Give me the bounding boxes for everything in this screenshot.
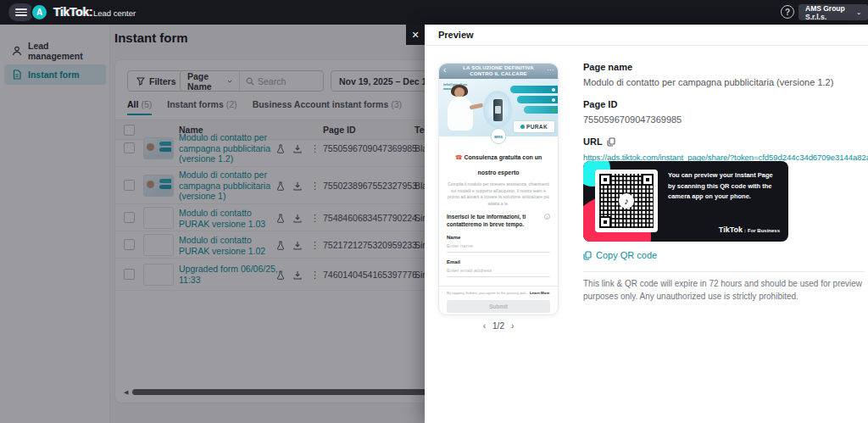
divider [439, 286, 558, 287]
tiktok-logo: TikTok: [53, 5, 92, 19]
url-label: URL [583, 136, 603, 147]
close-icon[interactable]: ✕ [406, 25, 425, 45]
account-switcher[interactable]: AMS Group S.r.l.s. ⌄ [798, 4, 868, 20]
qr-code-card: ♪ You can preview your Instant Page by s… [583, 161, 788, 242]
info-icon: i [544, 214, 550, 220]
preview-modal: ✕ Preview ‹ LA SOLUZIONE DEFINITIVA CONT… [425, 25, 868, 423]
hero-image: info@purak.eu www.purak.eu PURAK ams [439, 79, 558, 136]
qr-instructions: You can preview your Instant Page by sca… [668, 170, 780, 203]
page-name-label: Page name [583, 62, 865, 72]
ams-logo: ams [491, 128, 507, 144]
ribbon-banner [517, 96, 558, 103]
chevron-down-icon: ⌄ [856, 9, 861, 16]
email-field-label: Email [447, 259, 550, 264]
privacy-note: By tapping Submit, you agree to the priv… [447, 291, 550, 295]
previous-page-icon[interactable]: ‹ [476, 321, 492, 331]
name-field: Enter name [447, 243, 550, 253]
email-field: Enter email address [447, 268, 550, 277]
account-name: AMS Group S.r.l.s. [805, 4, 853, 21]
instant-page-preview-card: ‹ LA SOLUZIONE DEFINITIVA CONTRO IL CALC… [438, 63, 559, 315]
product-name: Lead center [93, 8, 136, 18]
back-icon: ‹ [443, 65, 446, 75]
ribbon-banner [510, 86, 558, 93]
copy-icon[interactable] [607, 137, 615, 147]
preview-pagination: ‹1/2› [438, 321, 559, 331]
phone-icon: ☎ [455, 154, 463, 160]
tiktok-note-icon: ♪ [619, 193, 634, 209]
copy-icon [583, 251, 592, 260]
divider [583, 271, 865, 272]
qr-code: ♪ [595, 170, 658, 232]
modal-title: Preview [425, 25, 868, 46]
page-indicator: 1/2 [492, 321, 504, 331]
page-name-value: Modulo di contatto per campagna pubblici… [583, 77, 865, 87]
form-heading: Consulenza gratuita con un nostro espert… [464, 154, 542, 175]
submit-button: Submit [447, 300, 550, 313]
lead-form: Inserisci le tue informazioni, ti contat… [439, 207, 558, 313]
name-field-label: Name [447, 235, 550, 240]
preview-banner: ‹ LA SOLUZIONE DEFINITIVA CONTRO IL CALC… [439, 64, 558, 79]
more-options-icon: ⋯ [547, 65, 554, 75]
expiry-disclaimer: This link & QR code will expire in 72 ho… [583, 278, 866, 303]
page-info: Page name Modulo di contatto per campagn… [583, 62, 865, 162]
top-bar: A TikTok: Lead center ? AMS Group S.r.l.… [0, 0, 868, 25]
next-page-icon[interactable]: › [504, 321, 520, 331]
avatar[interactable]: A [31, 3, 48, 21]
modal-backdrop[interactable] [0, 25, 425, 423]
purak-logo: PURAK [514, 121, 554, 132]
learn-more-link: Learn More [530, 291, 550, 295]
help-icon[interactable]: ? [781, 5, 794, 19]
app-root: A TikTok: Lead center ? AMS Group S.r.l.… [0, 0, 868, 423]
page-id-label: Page ID [583, 99, 865, 109]
ribbon-banner [524, 106, 558, 114]
form-description: Compila il modulo per ricevere assistenz… [445, 181, 552, 207]
copy-qr-code-button[interactable]: Copy QR code [583, 250, 657, 260]
page-id-value: 7550596709047369985 [583, 114, 865, 125]
anticalcare-product [493, 99, 503, 121]
lead-form-heading: Inserisci le tue informazioni, ti contat… [447, 214, 540, 228]
tiktok-for-business-logo: TikTok:For Business [719, 225, 780, 234]
